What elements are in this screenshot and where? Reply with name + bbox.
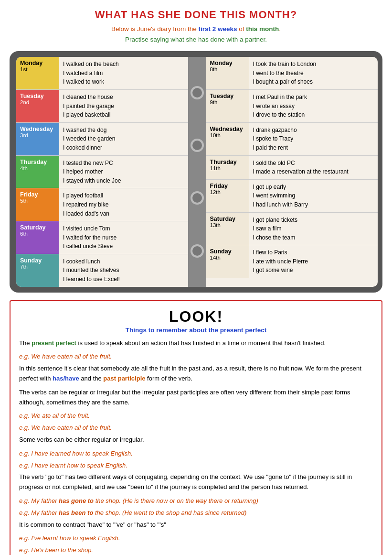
diary-container: Monday1stI walked on the beachI watched … — [10, 51, 382, 292]
activities-cell: I took the train to LondonI went to the … — [249, 57, 378, 89]
look-paragraph: e.g. He's been to the shop. — [19, 545, 373, 555]
day-cell: Friday5th — [16, 188, 59, 221]
look-paragraph: e.g. I've learnt how to speak English. — [19, 533, 373, 544]
diary-row: Saturday13thI got plane ticketsI saw a f… — [206, 213, 378, 246]
activities-cell: I got plane ticketsI saw a filmI chose t… — [249, 213, 378, 245]
look-paragraph: e.g. We have eaten all of the fruit. — [19, 352, 373, 362]
look-paragraph: e.g. We have eaten all of the fruit. — [19, 423, 373, 433]
look-paragraph: The verbs can be regular or irregular bu… — [19, 388, 373, 408]
look-paragraph: The present perfect is used to speak abo… — [19, 338, 373, 348]
diary-row: Sunday7thI cooked lunchI mounted the she… — [16, 254, 188, 287]
diary-row: Tuesday2ndI cleaned the houseI painted t… — [16, 90, 188, 123]
diary-row: Monday8thI took the train to LondonI wen… — [206, 57, 378, 90]
diary-row: Monday1stI walked on the beachI watched … — [16, 57, 188, 90]
day-cell: Tuesday9th — [206, 90, 249, 122]
page-title: WHAT HAS SHE DONE THIS MONTH? — [10, 9, 382, 21]
look-paragraph: e.g. I have learned how to speak English… — [19, 449, 373, 459]
day-cell: Saturday13th — [206, 213, 249, 245]
look-body: The present perfect is used to speak abo… — [19, 338, 373, 555]
diary-row: Saturday6thI visited uncle TomI waited f… — [16, 221, 188, 254]
diary-divider — [188, 57, 206, 286]
day-cell: Sunday7th — [16, 254, 59, 287]
look-box: LOOK! Things to remember about the prese… — [10, 300, 382, 555]
day-cell: Monday8th — [206, 57, 249, 89]
day-cell: Sunday14th — [206, 245, 249, 278]
day-cell: Saturday6th — [16, 221, 59, 254]
diary-left: Monday1stI walked on the beachI watched … — [16, 57, 188, 286]
diary-row: Sunday14thI flew to ParisI ate with uncl… — [206, 245, 378, 278]
diary-row: Wednesday3rdI washed the dogI weeded the… — [16, 123, 188, 156]
look-paragraph: The verb "go to" has two different ways … — [19, 472, 373, 492]
day-cell: Friday12th — [206, 180, 249, 212]
activities-cell: I sold the old PCI made a reservation at… — [249, 156, 378, 179]
activities-cell: I cooked lunchI mounted the shelvesI lea… — [59, 254, 188, 287]
day-cell: Thursday4th — [16, 156, 59, 188]
diary-row: Thursday4thI tested the new PCI helped m… — [16, 156, 188, 189]
look-paragraph: e.g. My father has been to the shop. (He… — [19, 508, 373, 518]
day-cell: Monday1st — [16, 57, 59, 89]
diary-row: Wednesday10thI drank gazpachoI spoke to … — [206, 123, 378, 156]
diary-right: Monday8thI took the train to LondonI wen… — [206, 57, 378, 286]
look-paragraph: Some verbs can be either regular or irre… — [19, 435, 373, 445]
day-cell: Wednesday10th — [206, 123, 249, 155]
look-paragraph: e.g. We ate all of the fruit. — [19, 411, 373, 421]
diary-row: Thursday11thI sold the old PCI made a re… — [206, 156, 378, 180]
activities-cell: I got up earlyI went swimmingI had lunch… — [249, 180, 378, 212]
day-cell: Tuesday2nd — [16, 90, 59, 122]
look-paragraph: e.g. My father has gone to the shop. (He… — [19, 496, 373, 506]
subtitle: Below is June's diary from the first 2 w… — [10, 24, 382, 44]
activities-cell: I flew to ParisI ate with uncle PierreI … — [249, 245, 378, 278]
diary-row: Friday12thI got up earlyI went swimmingI… — [206, 180, 378, 213]
diary-row: Tuesday9thI met Paul in the parkI wrote … — [206, 90, 378, 123]
day-cell: Wednesday3rd — [16, 123, 59, 155]
activities-cell: I played footballI repaired my bikeI loa… — [59, 188, 188, 221]
activities-cell: I cleaned the houseI painted the garageI… — [59, 90, 188, 122]
activities-cell: I visited uncle TomI waited for the nurs… — [59, 221, 188, 254]
activities-cell: I walked on the beachI watched a filmI w… — [59, 57, 188, 89]
look-paragraph: In this sentence it's clear that somebod… — [19, 364, 373, 384]
activities-cell: I tested the new PCI helped motherI stay… — [59, 156, 188, 188]
activities-cell: I washed the dogI weeded the gardenI coo… — [59, 123, 188, 155]
activities-cell: I met Paul in the parkI wrote an essayI … — [249, 90, 378, 122]
day-cell: Thursday11th — [206, 156, 249, 179]
look-paragraph: It is common to contract "have" to "'ve"… — [19, 520, 373, 530]
look-subtitle: Things to remember about the present per… — [19, 326, 373, 334]
diary-row: Friday5thI played footballI repaired my … — [16, 188, 188, 221]
activities-cell: I drank gazpachoI spoke to TracyI paid t… — [249, 123, 378, 155]
look-title: LOOK! — [19, 308, 373, 326]
look-paragraph: e.g. I have learnt how to speak English. — [19, 461, 373, 471]
